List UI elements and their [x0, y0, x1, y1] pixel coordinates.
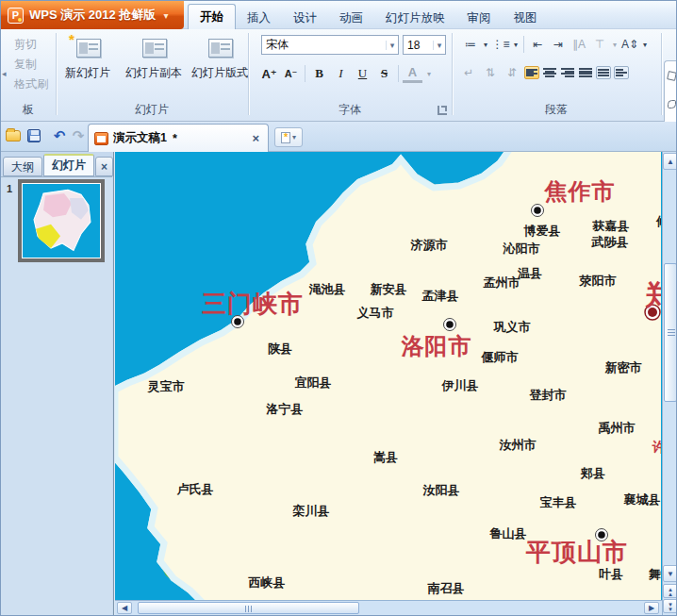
new-sparkle-icon: *: [69, 31, 74, 47]
line-spacing-increase-icon[interactable]: ⇅: [481, 63, 500, 82]
text-direction-icon[interactable]: ⊤: [590, 35, 609, 54]
align-left-button[interactable]: [524, 66, 539, 79]
title-bar: P WPS 演示 2012 抢鲜版 ▾ 开始插入设计动画幻灯片放映审阅视图: [1, 1, 677, 29]
map-county-label: 偃师市: [481, 350, 519, 364]
grow-font-button[interactable]: A⁺: [259, 63, 279, 84]
vertical-scrollbar[interactable]: ▲ ▼ ▴▴ ▾▾: [662, 152, 677, 615]
justify-button[interactable]: [578, 66, 593, 79]
ribbon-tab-审阅[interactable]: 审阅: [456, 7, 503, 29]
shrink-font-button[interactable]: A⁻: [281, 63, 301, 84]
font-name-combobox[interactable]: 宋体 ▾: [261, 35, 399, 55]
ribbon-tab-设计[interactable]: 设计: [282, 7, 328, 29]
shape-icon[interactable]: [667, 71, 677, 81]
slides-button[interactable]: 幻灯片版式: [190, 33, 250, 95]
font-size-value: 18: [404, 39, 433, 52]
ribbon-tab-幻灯片放映[interactable]: 幻灯片放映: [374, 7, 456, 29]
slides-button[interactable]: 幻灯片副本: [124, 33, 184, 95]
shape-icon[interactable]: [668, 100, 676, 108]
app-title: WPS 演示 2012 抢鲜版: [29, 7, 156, 24]
new-document-dropdown-icon[interactable]: ▾: [292, 133, 296, 142]
slide-canvas[interactable]: 济源市博爱县获嘉县修武县沁阳市武陟县温县孟州市荥阳市渑池县新安县义马市孟津县陕县…: [115, 152, 662, 600]
map-county-label: 卢氏县: [176, 482, 214, 496]
align-right-button[interactable]: [560, 66, 575, 79]
clipboard-item[interactable]: 剪切: [14, 37, 37, 53]
map-county-label: 义马市: [356, 306, 394, 320]
vertical-scroll-thumb[interactable]: [664, 263, 677, 402]
map-county-label: 荥阳市: [579, 274, 617, 288]
group-separator: [661, 33, 662, 115]
undo-icon[interactable]: ↶: [50, 126, 69, 145]
character-spacing-icon[interactable]: A⇕: [620, 35, 639, 54]
open-file-icon[interactable]: [4, 126, 23, 145]
strikethrough-button[interactable]: S: [374, 63, 394, 84]
new-document-button[interactable]: * ▾: [274, 127, 303, 147]
character-spacing-dropdown-icon[interactable]: ▾: [641, 35, 649, 54]
numbering-icon[interactable]: ⋮≡: [491, 35, 510, 54]
wps-presentation-icon: P: [8, 8, 24, 24]
tab-outline[interactable]: 大纲: [3, 157, 42, 176]
slide-icon: [139, 37, 169, 59]
font-size-combobox[interactable]: 18 ▾: [403, 35, 446, 55]
ribbon-tab-动画[interactable]: 动画: [328, 7, 374, 29]
map-county-label: 禹州市: [599, 421, 636, 435]
map-county-label: 伊川县: [441, 378, 479, 392]
map-county-label: 新安县: [370, 282, 407, 296]
app-menu-caret-icon[interactable]: ▾: [163, 10, 168, 21]
app-menu-button[interactable]: P WPS 演示 2012 抢鲜版 ▾: [1, 1, 184, 29]
font-size-dropdown-icon[interactable]: ▾: [433, 41, 445, 50]
slide-thumbnail[interactable]: [18, 179, 105, 262]
clipboard-group-label: 板: [1, 102, 56, 118]
text-direction-dropdown-icon[interactable]: ▾: [611, 35, 619, 54]
ribbon-tab-视图[interactable]: 视图: [503, 7, 549, 29]
map-county-label: 西峡县: [248, 575, 286, 590]
map-county-label: 洛宁县: [266, 402, 304, 416]
previous-slide-button[interactable]: ▴▴: [663, 584, 677, 598]
close-document-icon[interactable]: ×: [249, 131, 262, 145]
font-dialog-launcher-icon[interactable]: [438, 106, 447, 115]
map-county-label: 宝丰县: [540, 495, 577, 509]
distribute-text-button[interactable]: [596, 66, 611, 79]
vertical-text-icon[interactable]: ∥A: [570, 35, 588, 54]
underline-button[interactable]: U: [353, 63, 372, 84]
paragraph-group-label: 段落: [452, 102, 661, 118]
scroll-right-button[interactable]: ▶: [644, 602, 659, 614]
bullets-icon[interactable]: ≔: [461, 35, 480, 54]
align-center-button[interactable]: [542, 66, 557, 79]
clipboard-item[interactable]: 格式刷: [14, 76, 48, 92]
clipboard-item[interactable]: 复制: [14, 57, 37, 73]
document-tab[interactable]: 演示文稿1 * ×: [88, 124, 269, 152]
slide-icon: [205, 37, 235, 59]
map-county-label: 舞钢市: [648, 567, 661, 581]
scroll-left-button[interactable]: ◀: [117, 602, 132, 614]
save-icon[interactable]: [25, 126, 43, 145]
slides-group: *新幻灯片幻灯片副本幻灯片版式: [58, 33, 250, 95]
italic-button[interactable]: I: [331, 63, 351, 84]
tab-slides[interactable]: 幻灯片: [43, 154, 94, 176]
numbering-dropdown-icon[interactable]: ▾: [512, 35, 520, 54]
horizontal-scroll-thumb[interactable]: [138, 602, 359, 614]
ribbon-tab-插入[interactable]: 插入: [236, 7, 282, 29]
map-city-label: 三门峡市: [202, 290, 304, 318]
panel-close-icon[interactable]: ×: [95, 157, 113, 176]
paragraph-settings-button[interactable]: [614, 66, 629, 79]
bold-button[interactable]: B: [309, 63, 329, 84]
scroll-down-button[interactable]: ▼: [663, 565, 677, 582]
decrease-indent-icon[interactable]: ⇤: [528, 35, 547, 54]
slides-button[interactable]: *新幻灯片: [58, 33, 118, 95]
redo-icon[interactable]: ↷: [69, 126, 88, 145]
text-wrap-icon[interactable]: ↵: [459, 63, 478, 82]
quick-access-toolbar: ↶ ↷ 演示文稿1 * × * ▾: [1, 122, 677, 152]
bullets-dropdown-icon[interactable]: ▾: [482, 35, 489, 54]
collapse-clipboard-icon[interactable]: ◂: [2, 69, 7, 78]
next-slide-button[interactable]: ▾▾: [663, 599, 677, 613]
font-name-dropdown-icon[interactable]: ▾: [386, 41, 398, 50]
increase-indent-icon[interactable]: ⇥: [549, 35, 568, 54]
ribbon-tab-开始[interactable]: 开始: [188, 4, 236, 29]
font-color-button[interactable]: A: [403, 65, 422, 83]
separator: [398, 65, 399, 82]
line-spacing-decrease-icon[interactable]: ⇵: [503, 63, 521, 82]
map-city-label: 郑州市: [645, 279, 661, 310]
scroll-up-button[interactable]: ▲: [663, 153, 677, 170]
font-color-dropdown-icon[interactable]: ▾: [424, 63, 434, 84]
horizontal-scrollbar[interactable]: ◀ ▶: [115, 600, 662, 615]
